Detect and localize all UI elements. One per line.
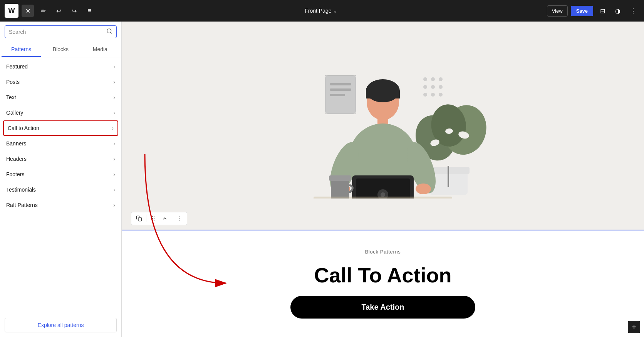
sidebar-item-call-to-action[interactable]: Call to Action › [3,120,118,136]
chevron-right-icon: › [113,140,115,147]
chevron-right-icon: › [113,79,115,85]
chevron-right-icon: › [113,63,115,70]
chevron-right-icon: › [113,202,115,208]
chevron-right-icon: › [113,187,115,193]
sidebar-item-headers[interactable]: Headers › [0,151,121,167]
svg-point-50 [179,218,179,219]
sidebar-item-banners[interactable]: Banners › [0,136,121,151]
svg-point-10 [439,93,443,97]
redo-button[interactable]: ↪ [68,5,80,17]
edit-button[interactable]: ✏ [37,5,49,17]
page-title-button[interactable]: Front Page ⌄ [301,5,341,16]
svg-point-0 [107,29,111,33]
sidebar-item-featured[interactable]: Featured › [0,59,121,74]
sidebar-item-label: Footers [6,171,24,177]
svg-rect-13 [330,88,351,91]
toolbar-right: View Save ⊟ ◑ ⋮ [547,5,639,17]
sidebar-item-testimonials[interactable]: Testimonials › [0,182,121,197]
sidebar-item-raft-patterns[interactable]: Raft Patterns › [0,197,121,213]
more-options-button[interactable] [174,214,184,223]
chevron-right-icon: › [112,125,114,131]
svg-rect-27 [366,91,400,98]
svg-point-46 [154,218,154,219]
page-title: Front Page [305,8,331,14]
tab-blocks[interactable]: Blocks [41,42,80,57]
move-button[interactable] [159,214,170,223]
svg-point-8 [423,93,427,97]
sidebar-item-label: Headers [6,156,27,162]
sidebar-item-footers[interactable]: Footers › [0,167,121,182]
sidebar-item-gallery[interactable]: Gallery › [0,105,121,120]
view-button[interactable]: View [547,5,568,17]
sidebar-item-label: Featured [6,63,28,70]
svg-rect-14 [330,94,345,96]
settings-button[interactable]: ⋮ [627,5,639,17]
chevron-right-icon: › [113,94,115,100]
chevron-right-icon: › [113,156,115,162]
top-bar: W ✕ ✏ ↩ ↪ ≡ Front Page ⌄ View Save ⊟ ◑ ⋮ [0,0,644,22]
svg-point-2 [423,77,427,81]
svg-point-4 [439,77,443,81]
svg-point-45 [152,218,153,219]
undo-button[interactable]: ↩ [52,5,65,17]
left-panel: Patterns Blocks Media Featured › Posts ›… [0,22,122,337]
duplicate-button[interactable] [134,214,144,223]
svg-point-43 [152,216,153,217]
chevron-right-icon: › [113,110,115,116]
svg-rect-42 [138,218,142,221]
cta-section: Block Patterns Call To Action Take Actio… [122,230,644,337]
search-input[interactable] [9,29,103,35]
hero-section [122,22,644,230]
svg-point-3 [431,77,435,81]
svg-point-5 [423,85,427,89]
take-action-button[interactable]: Take Action [290,296,475,319]
sidebar-item-text[interactable]: Text › [0,90,121,105]
chevron-down-icon: ⌄ [333,8,337,14]
svg-point-6 [431,85,435,89]
toolbar-left: W ✕ ✏ ↩ ↪ ≡ [5,4,96,18]
save-button[interactable]: Save [571,6,593,16]
toolbar-center: Front Page ⌄ [301,5,341,16]
wp-logo[interactable]: W [5,4,18,18]
hero-illustration [275,52,491,199]
explore-all-button[interactable]: Explore all patterns [5,318,117,332]
close-button[interactable]: ✕ [22,5,34,17]
drag-button[interactable] [148,214,159,223]
sidebar-item-posts[interactable]: Posts › [0,74,121,90]
chevron-right-icon: › [113,171,115,177]
layout-button[interactable]: ⊟ [596,5,609,17]
canvas-area: Block Patterns Call To Action Take Actio… [122,22,644,337]
svg-point-7 [439,85,443,89]
add-block-button[interactable]: + [628,321,640,333]
svg-rect-12 [330,83,351,85]
block-patterns-label: Block Patterns [365,249,401,255]
block-toolbar [131,212,187,225]
tabs-row: Patterns Blocks Media [0,42,121,57]
sidebar-item-label: Raft Patterns [6,202,38,208]
cta-title: Call To Action [314,264,452,287]
svg-line-1 [111,32,112,33]
toolbar-divider [146,215,146,222]
svg-point-47 [152,220,153,220]
toolbar-divider-2 [172,215,172,222]
svg-rect-41 [314,197,452,199]
sidebar-item-label: Posts [6,79,20,85]
search-bar [0,22,121,42]
svg-point-9 [431,93,435,97]
svg-rect-40 [329,175,351,181]
sidebar-item-label: Call to Action [8,125,39,131]
tab-patterns[interactable]: Patterns [2,42,41,57]
svg-point-49 [179,216,179,217]
svg-point-37 [381,192,385,197]
sidebar-item-label: Text [6,94,16,100]
main-layout: Patterns Blocks Media Featured › Posts ›… [0,22,644,337]
search-input-wrap [5,25,117,38]
list-view-button[interactable]: ≡ [83,5,96,17]
sidebar-item-label: Banners [6,140,26,147]
search-icon [106,28,112,35]
svg-point-48 [154,220,154,220]
contrast-button[interactable]: ◑ [612,5,624,17]
tab-media[interactable]: Media [80,42,120,57]
svg-rect-39 [331,179,349,199]
svg-point-44 [154,216,154,217]
